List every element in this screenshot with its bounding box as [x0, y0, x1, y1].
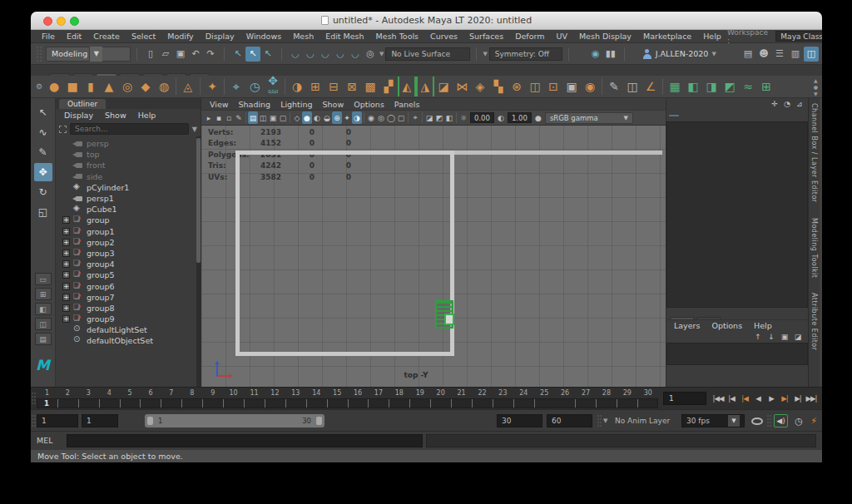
two-pane-layout-button[interactable]: ◫: [35, 318, 52, 330]
frame-number[interactable]: 22: [472, 388, 493, 398]
viewport-menu-item[interactable]: Panels: [391, 100, 427, 109]
viewport-icon[interactable]: [290, 112, 290, 123]
menu-item[interactable]: Display: [200, 32, 240, 41]
selected-object[interactable]: [435, 300, 453, 329]
divider[interactable]: [568, 47, 569, 61]
poke-icon[interactable]: ⊡: [544, 77, 562, 96]
playback-end-field[interactable]: 30: [497, 414, 542, 427]
textured-icon[interactable]: ◐: [312, 111, 322, 124]
frame-number[interactable]: 5: [120, 388, 141, 398]
frame-number[interactable]: 7: [161, 388, 181, 398]
outliner-item-group3[interactable]: group3: [56, 248, 201, 259]
workspace-dropdown[interactable]: Maya Classic* ▼: [775, 31, 822, 42]
viewport-icon[interactable]: [422, 112, 423, 123]
menu-item[interactable]: UV: [550, 32, 572, 41]
insert-edge-loop-icon[interactable]: ◫: [623, 77, 641, 96]
frame-number[interactable]: 14: [306, 388, 327, 398]
quad-draw-icon[interactable]: ▦: [666, 77, 684, 96]
wireframe-on-shaded-icon[interactable]: ⊛: [332, 111, 342, 124]
side-tab[interactable]: Attribute Editor: [810, 293, 818, 351]
outliner-item-pcylinder1[interactable]: pCylinder1: [56, 182, 201, 193]
save-scene-icon[interactable]: ▣: [173, 47, 188, 62]
shelf-icon[interactable]: [285, 78, 285, 95]
divider[interactable]: [281, 47, 282, 61]
color-management-icon[interactable]: ●: [533, 111, 543, 124]
frame-number[interactable]: 9: [202, 388, 223, 398]
channel-list-area[interactable]: [666, 121, 808, 308]
outliner-item-group9[interactable]: group9: [56, 314, 201, 324]
outliner-item-group4[interactable]: group4: [56, 259, 201, 269]
frame-number[interactable]: 13: [285, 388, 306, 398]
frame-number[interactable]: 10: [223, 388, 244, 398]
camera-icon[interactable]: ▸: [204, 111, 214, 124]
move-layer-down-icon[interactable]: ↓: [766, 330, 776, 343]
menu-set-dropdown[interactable]: Modeling ▼: [46, 47, 131, 62]
move-to-origin-icon[interactable]: ✥0,0,0: [264, 77, 282, 96]
layer-editor-menu-item[interactable]: Layers: [669, 321, 705, 330]
rotate-tool[interactable]: ↻: [34, 183, 52, 201]
viewport-canvas[interactable]: Verts: 2193 0 0 Edges: 4152 0 0: [201, 126, 666, 387]
texture-placement-icon[interactable]: ◩: [434, 111, 444, 124]
close-button[interactable]: [43, 17, 52, 26]
outliner-menu-item[interactable]: Show: [100, 111, 131, 120]
menu-item[interactable]: Curves: [424, 32, 463, 41]
shelf-icon[interactable]: [662, 78, 663, 95]
anim-layer-label[interactable]: No Anim Layer: [615, 417, 670, 425]
outliner-tab[interactable]: Outliner: [59, 99, 106, 109]
outliner-item-group5[interactable]: group5: [56, 269, 201, 280]
scrollbar-thumb[interactable]: [196, 138, 201, 263]
relax-brush-icon[interactable]: ◧: [684, 77, 702, 96]
multi-cut-icon[interactable]: ✎: [605, 77, 623, 96]
snap-projected-center-icon[interactable]: ◡: [333, 47, 348, 62]
shaded-icon[interactable]: ●: [302, 111, 312, 124]
go-to-start-button[interactable]: |◀◀: [711, 391, 725, 406]
frame-number[interactable]: 3: [78, 388, 99, 398]
graph-icon[interactable]: ⊿: [795, 98, 805, 111]
menu-item[interactable]: Mesh Tools: [370, 32, 424, 41]
user-account-menu[interactable]: J.ALLEN-2020 ▼: [642, 49, 716, 59]
show-pivot-icon[interactable]: ⌖: [227, 77, 245, 96]
viewport-icon[interactable]: [245, 112, 246, 123]
frame-number[interactable]: 11: [244, 388, 265, 398]
range-start-handle[interactable]: [147, 417, 153, 425]
move-tool[interactable]: ✥: [34, 163, 52, 181]
chevron-down-icon[interactable]: ▼: [483, 51, 487, 57]
menu-item[interactable]: Select: [126, 32, 161, 41]
expand-toggle[interactable]: [62, 315, 70, 323]
project-curve-icon[interactable]: ▣: [562, 77, 581, 96]
viewport-icon[interactable]: [364, 112, 364, 123]
scrollbar[interactable]: [196, 136, 201, 387]
chevron-down-icon[interactable]: ▼: [192, 126, 197, 133]
menu-item[interactable]: Marketplace: [637, 32, 697, 41]
boolean-icon[interactable]: ◑: [288, 77, 306, 96]
expand-toggle[interactable]: [62, 260, 70, 268]
outliner-item-front[interactable]: front: [56, 160, 201, 170]
isolate-select-icon[interactable]: ⌖: [410, 111, 420, 124]
live-surface-field[interactable]: No Live Surface: [385, 47, 470, 61]
layer-from-selected-icon[interactable]: ◪: [793, 330, 803, 343]
scale-tool[interactable]: ◱: [34, 203, 52, 221]
menu-item[interactable]: Edit Mesh: [320, 32, 369, 41]
expand-toggle[interactable]: [62, 283, 70, 290]
select-component-icon[interactable]: ↖: [260, 47, 275, 62]
wireframe-icon[interactable]: ◇: [292, 111, 302, 124]
poly-cube-icon[interactable]: ■: [63, 77, 82, 96]
symmetrize-icon[interactable]: ⊞: [757, 77, 775, 96]
outliner-menu-item[interactable]: Help: [133, 111, 161, 120]
frame-number[interactable]: 19: [409, 388, 430, 398]
chamfer-vertex-icon[interactable]: ▚: [489, 77, 508, 96]
animation-prefs-icon[interactable]: ◷: [792, 414, 805, 427]
anti-alias-icon[interactable]: ▢: [396, 111, 406, 124]
step-back-key-button[interactable]: |◀: [738, 391, 751, 406]
single-pane-layout-button[interactable]: ▭: [35, 273, 52, 285]
outliner-item-group2[interactable]: group2: [56, 237, 201, 248]
frames-strip[interactable]: 1234567891011121314151617181920212223242…: [37, 388, 658, 409]
contrast-icon[interactable]: ◐: [496, 111, 506, 124]
poly-torus-icon[interactable]: ◎: [118, 77, 136, 96]
menu-item[interactable]: Deform: [509, 32, 550, 41]
menu-item[interactable]: Surfaces: [463, 32, 509, 41]
make-live-icon[interactable]: ◎: [363, 47, 378, 62]
shelf-icon[interactable]: [224, 78, 225, 95]
layer-editor-menu-item[interactable]: Options: [706, 321, 747, 330]
step-back-frame-button[interactable]: |◀: [725, 391, 738, 406]
